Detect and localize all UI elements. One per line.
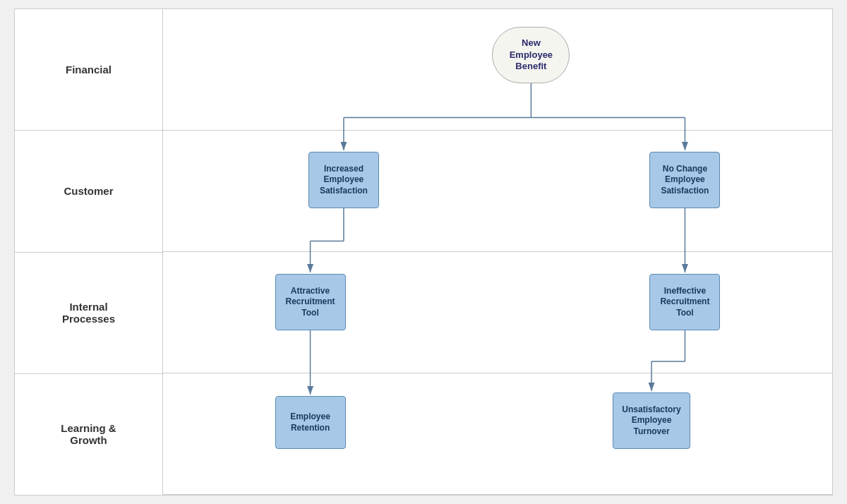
unsatisfactory-turnover-text: Unsatisfactory Employee Turnover <box>618 404 685 438</box>
row-label-internal: InternalProcesses <box>15 253 162 374</box>
customer-label: Customer <box>64 185 113 197</box>
new-employee-benefit-text: New Employee Benefit <box>501 37 560 73</box>
unsatisfactory-turnover-node: Unsatisfactory Employee Turnover <box>613 392 690 449</box>
row-label-learning: Learning &Growth <box>15 374 162 495</box>
ineffective-recruitment-node: Ineffective Recruitment Tool <box>649 274 720 330</box>
row-labels: Financial Customer InternalProcesses Lea… <box>15 9 163 495</box>
diagram-container: Financial Customer InternalProcesses Lea… <box>14 8 833 496</box>
row-internal <box>163 252 832 373</box>
row-learning <box>163 373 832 495</box>
row-label-customer: Customer <box>15 131 162 252</box>
row-customer <box>163 131 832 252</box>
no-change-satisfaction-text: No Change Employee Satisfaction <box>654 164 715 197</box>
attractive-tool-text: Attractive Recruitment Tool <box>280 286 341 319</box>
increased-satisfaction-node: Increased Employee Satisfaction <box>308 152 379 208</box>
ineffective-tool-text: Ineffective Recruitment Tool <box>654 286 715 319</box>
row-label-financial: Financial <box>15 9 162 131</box>
employee-retention-text: Employee Retention <box>280 412 341 433</box>
employee-retention-node: Employee Retention <box>275 396 346 449</box>
increased-satisfaction-text: Increased Employee Satisfaction <box>313 164 374 197</box>
financial-label: Financial <box>66 64 112 76</box>
new-employee-benefit-node: New Employee Benefit <box>492 27 570 83</box>
no-change-satisfaction-node: No Change Employee Satisfaction <box>649 152 720 208</box>
diagram-area: New Employee Benefit Increased Employee … <box>163 9 832 495</box>
attractive-recruitment-node: Attractive Recruitment Tool <box>275 274 346 330</box>
internal-label: InternalProcesses <box>62 301 115 325</box>
learning-label: Learning &Growth <box>61 422 116 446</box>
